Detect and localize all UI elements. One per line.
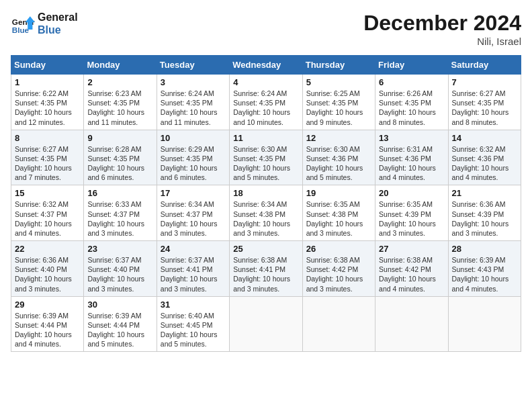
day-info: Sunrise: 6:35 AM Sunset: 4:38 PM Dayligh… (306, 199, 371, 238)
day-info: Sunrise: 6:34 AM Sunset: 4:37 PM Dayligh… (161, 199, 226, 238)
calendar-cell: 13Sunrise: 6:31 AM Sunset: 4:36 PM Dayli… (375, 130, 448, 185)
day-info: Sunrise: 6:38 AM Sunset: 4:41 PM Dayligh… (233, 255, 298, 293)
day-info: Sunrise: 6:37 AM Sunset: 4:40 PM Dayligh… (87, 255, 152, 293)
day-info: Sunrise: 6:22 AM Sunset: 4:35 PM Dayligh… (15, 89, 80, 127)
week-row-4: 22Sunrise: 6:36 AM Sunset: 4:40 PM Dayli… (11, 241, 521, 297)
day-info: Sunrise: 6:28 AM Sunset: 4:35 PM Dayligh… (87, 144, 152, 183)
calendar-cell: 12Sunrise: 6:30 AM Sunset: 4:36 PM Dayli… (302, 130, 375, 185)
calendar-cell: 21Sunrise: 6:36 AM Sunset: 4:39 PM Dayli… (448, 185, 521, 241)
logo-blue: Blue (38, 24, 78, 36)
day-number: 24 (161, 244, 226, 254)
calendar-cell (448, 296, 521, 352)
day-info: Sunrise: 6:30 AM Sunset: 4:35 PM Dayligh… (233, 144, 298, 183)
day-number: 21 (452, 188, 517, 198)
day-info: Sunrise: 6:34 AM Sunset: 4:38 PM Dayligh… (233, 199, 298, 238)
calendar-cell: 28Sunrise: 6:39 AM Sunset: 4:43 PM Dayli… (448, 241, 521, 297)
header-day-friday: Friday (375, 56, 448, 75)
day-number: 18 (233, 188, 298, 198)
logo: General Blue General Blue (11, 11, 78, 36)
day-number: 1 (15, 77, 80, 87)
day-info: Sunrise: 6:31 AM Sunset: 4:36 PM Dayligh… (379, 144, 444, 183)
day-number: 29 (15, 300, 80, 310)
day-number: 14 (452, 133, 517, 143)
day-info: Sunrise: 6:38 AM Sunset: 4:42 PM Dayligh… (379, 255, 444, 293)
logo-general: General (38, 11, 78, 24)
calendar-cell: 22Sunrise: 6:36 AM Sunset: 4:40 PM Dayli… (11, 241, 84, 297)
day-number: 3 (161, 77, 226, 87)
day-info: Sunrise: 6:36 AM Sunset: 4:40 PM Dayligh… (15, 255, 80, 293)
calendar-cell: 15Sunrise: 6:32 AM Sunset: 4:37 PM Dayli… (11, 185, 84, 241)
calendar-cell: 2Sunrise: 6:23 AM Sunset: 4:35 PM Daylig… (84, 75, 157, 130)
calendar-cell: 1Sunrise: 6:22 AM Sunset: 4:35 PM Daylig… (11, 75, 84, 130)
day-info: Sunrise: 6:32 AM Sunset: 4:36 PM Dayligh… (452, 144, 517, 183)
day-number: 16 (87, 188, 152, 198)
day-number: 17 (161, 188, 226, 198)
day-info: Sunrise: 6:32 AM Sunset: 4:37 PM Dayligh… (15, 199, 80, 238)
calendar-cell: 17Sunrise: 6:34 AM Sunset: 4:37 PM Dayli… (157, 185, 229, 241)
calendar-cell: 18Sunrise: 6:34 AM Sunset: 4:38 PM Dayli… (230, 185, 302, 241)
day-info: Sunrise: 6:25 AM Sunset: 4:35 PM Dayligh… (306, 89, 371, 127)
day-info: Sunrise: 6:24 AM Sunset: 4:35 PM Dayligh… (233, 89, 298, 127)
calendar-cell: 25Sunrise: 6:38 AM Sunset: 4:41 PM Dayli… (230, 241, 302, 297)
page-header: General Blue General Blue December 2024 … (11, 11, 521, 47)
calendar-cell: 4Sunrise: 6:24 AM Sunset: 4:35 PM Daylig… (230, 75, 302, 130)
calendar-cell: 6Sunrise: 6:26 AM Sunset: 4:35 PM Daylig… (375, 75, 448, 130)
day-number: 25 (233, 244, 298, 254)
day-number: 8 (15, 133, 80, 143)
day-number: 31 (161, 300, 226, 310)
day-number: 20 (379, 188, 444, 198)
day-number: 26 (306, 244, 371, 254)
day-number: 9 (87, 133, 152, 143)
calendar-cell: 27Sunrise: 6:38 AM Sunset: 4:42 PM Dayli… (375, 241, 448, 297)
calendar-cell: 9Sunrise: 6:28 AM Sunset: 4:35 PM Daylig… (84, 130, 157, 185)
day-info: Sunrise: 6:30 AM Sunset: 4:36 PM Dayligh… (306, 144, 371, 183)
week-row-3: 15Sunrise: 6:32 AM Sunset: 4:37 PM Dayli… (11, 185, 521, 241)
calendar-cell: 3Sunrise: 6:24 AM Sunset: 4:35 PM Daylig… (157, 75, 229, 130)
calendar-cell: 29Sunrise: 6:39 AM Sunset: 4:44 PM Dayli… (11, 296, 84, 352)
calendar-cell: 14Sunrise: 6:32 AM Sunset: 4:36 PM Dayli… (448, 130, 521, 185)
day-number: 19 (306, 188, 371, 198)
title-block: December 2024 Nili, Israel (363, 11, 521, 47)
day-info: Sunrise: 6:39 AM Sunset: 4:44 PM Dayligh… (87, 311, 152, 349)
day-info: Sunrise: 6:38 AM Sunset: 4:42 PM Dayligh… (306, 255, 371, 293)
calendar-cell: 19Sunrise: 6:35 AM Sunset: 4:38 PM Dayli… (302, 185, 375, 241)
calendar-cell: 23Sunrise: 6:37 AM Sunset: 4:40 PM Dayli… (84, 241, 157, 297)
day-number: 23 (87, 244, 152, 254)
day-number: 10 (161, 133, 226, 143)
calendar-cell: 10Sunrise: 6:29 AM Sunset: 4:35 PM Dayli… (157, 130, 229, 185)
calendar-cell: 5Sunrise: 6:25 AM Sunset: 4:35 PM Daylig… (302, 75, 375, 130)
header-day-saturday: Saturday (448, 56, 521, 75)
day-info: Sunrise: 6:27 AM Sunset: 4:35 PM Dayligh… (15, 144, 80, 183)
calendar-table: SundayMondayTuesdayWednesdayThursdayFrid… (11, 55, 521, 352)
day-number: 5 (306, 77, 371, 87)
day-number: 7 (452, 77, 517, 87)
calendar-cell: 7Sunrise: 6:27 AM Sunset: 4:35 PM Daylig… (448, 75, 521, 130)
week-row-1: 1Sunrise: 6:22 AM Sunset: 4:35 PM Daylig… (11, 75, 521, 130)
day-number: 15 (15, 188, 80, 198)
day-number: 28 (452, 244, 517, 254)
week-row-2: 8Sunrise: 6:27 AM Sunset: 4:35 PM Daylig… (11, 130, 521, 185)
calendar-cell (230, 296, 302, 352)
week-row-5: 29Sunrise: 6:39 AM Sunset: 4:44 PM Dayli… (11, 296, 521, 352)
day-info: Sunrise: 6:26 AM Sunset: 4:35 PM Dayligh… (379, 89, 444, 127)
calendar-cell: 24Sunrise: 6:37 AM Sunset: 4:41 PM Dayli… (157, 241, 229, 297)
header-day-wednesday: Wednesday (230, 56, 302, 75)
day-number: 2 (87, 77, 152, 87)
header-day-thursday: Thursday (302, 56, 375, 75)
calendar-cell: 30Sunrise: 6:39 AM Sunset: 4:44 PM Dayli… (84, 296, 157, 352)
day-info: Sunrise: 6:23 AM Sunset: 4:35 PM Dayligh… (87, 89, 152, 127)
calendar-cell: 8Sunrise: 6:27 AM Sunset: 4:35 PM Daylig… (11, 130, 84, 185)
day-number: 27 (379, 244, 444, 254)
day-info: Sunrise: 6:27 AM Sunset: 4:35 PM Dayligh… (452, 89, 517, 127)
day-info: Sunrise: 6:39 AM Sunset: 4:44 PM Dayligh… (15, 311, 80, 349)
day-info: Sunrise: 6:29 AM Sunset: 4:35 PM Dayligh… (161, 144, 226, 183)
day-number: 11 (233, 133, 298, 143)
day-number: 30 (87, 300, 152, 310)
day-info: Sunrise: 6:37 AM Sunset: 4:41 PM Dayligh… (161, 255, 226, 293)
header-day-sunday: Sunday (11, 56, 84, 75)
day-info: Sunrise: 6:36 AM Sunset: 4:39 PM Dayligh… (452, 199, 517, 238)
day-number: 6 (379, 77, 444, 87)
month-title: December 2024 (363, 11, 521, 36)
day-number: 22 (15, 244, 80, 254)
day-number: 12 (306, 133, 371, 143)
